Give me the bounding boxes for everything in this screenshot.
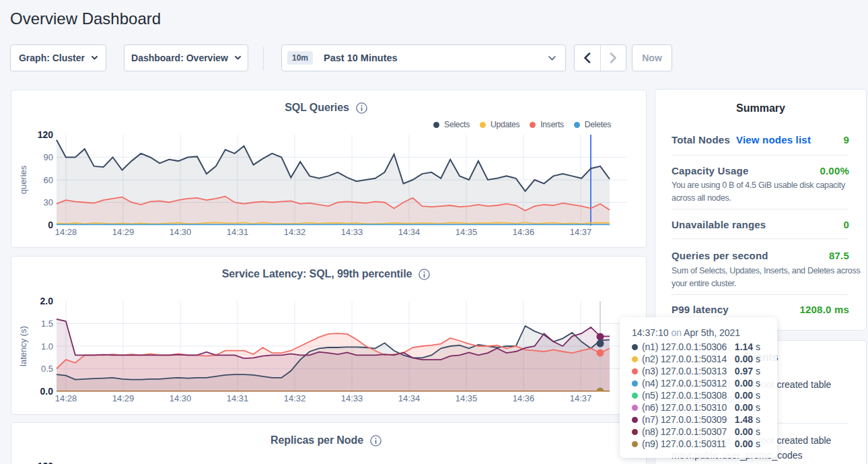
svg-text:14:30: 14:30 <box>170 393 192 403</box>
svg-text:14:37: 14:37 <box>570 227 592 237</box>
svg-text:30: 30 <box>44 197 53 207</box>
svg-text:14:32: 14:32 <box>284 227 306 237</box>
svg-text:2.0: 2.0 <box>40 296 54 306</box>
svg-text:120: 120 <box>38 129 54 140</box>
svg-text:120: 120 <box>38 461 54 464</box>
svg-text:60: 60 <box>44 175 53 185</box>
svg-text:14:34: 14:34 <box>398 393 421 403</box>
svg-text:14:31: 14:31 <box>227 227 249 237</box>
svg-text:14:29: 14:29 <box>112 393 135 403</box>
svg-text:14:29: 14:29 <box>112 227 135 237</box>
svg-text:latency (s): latency (s) <box>18 326 28 366</box>
svg-text:14:37: 14:37 <box>570 393 592 403</box>
svg-text:14:30: 14:30 <box>170 227 192 237</box>
svg-text:14:33: 14:33 <box>341 227 363 237</box>
svg-text:1.0: 1.0 <box>41 341 53 352</box>
svg-text:14:28: 14:28 <box>55 393 77 403</box>
svg-text:14:35: 14:35 <box>456 393 478 403</box>
svg-text:14:35: 14:35 <box>456 227 478 237</box>
svg-text:queries: queries <box>18 165 28 194</box>
svg-text:14:28: 14:28 <box>55 227 77 237</box>
svg-text:90: 90 <box>44 152 53 162</box>
svg-text:14:33: 14:33 <box>341 393 363 403</box>
svg-text:0: 0 <box>48 220 53 230</box>
svg-text:14:36: 14:36 <box>513 393 535 403</box>
svg-text:14:32: 14:32 <box>284 393 306 403</box>
svg-text:0.0: 0.0 <box>40 386 54 397</box>
svg-text:14:34: 14:34 <box>398 227 421 237</box>
svg-text:0.5: 0.5 <box>41 364 53 374</box>
svg-text:14:36: 14:36 <box>513 227 535 237</box>
svg-text:14:31: 14:31 <box>227 393 249 403</box>
svg-text:1.5: 1.5 <box>41 319 53 329</box>
